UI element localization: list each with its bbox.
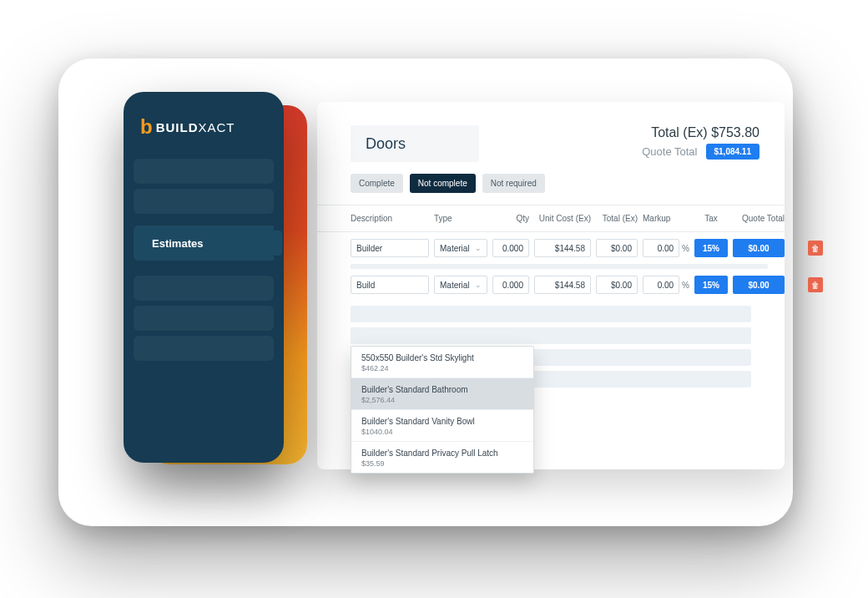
quote-total-chip[interactable]: $1,084.11	[706, 144, 760, 160]
sidebar-item-placeholder[interactable]	[134, 276, 274, 301]
qty-input[interactable]	[492, 276, 529, 294]
total-ex-input[interactable]	[596, 276, 638, 294]
total-ex-label: Total (Ex)	[651, 125, 708, 139]
quote-total-label: Quote Total	[642, 145, 697, 158]
brand-logo: b BUILDXACT	[124, 92, 284, 154]
autocomplete-option[interactable]: Builder's Standard Vanity Bowl $1040.04	[351, 410, 533, 442]
trash-icon: 🗑	[811, 244, 820, 253]
autocomplete-option[interactable]: Builder's Standard Privacy Pull Latch $3…	[351, 442, 533, 473]
unit-cost-input[interactable]	[534, 239, 591, 257]
sidebar-item-placeholder[interactable]	[134, 159, 274, 184]
markup-unit: %	[682, 281, 689, 290]
unit-cost-input[interactable]	[534, 276, 591, 294]
total-ex-value: $753.80	[711, 125, 760, 139]
sidebar-item-estimates[interactable]: Estimates	[134, 226, 274, 261]
status-complete[interactable]: Complete	[351, 174, 403, 193]
brand-name-bold: BUILD	[156, 120, 199, 134]
status-row: Complete Not complete Not required	[317, 174, 785, 205]
description-autocomplete[interactable]: 550x550 Builder's Std Skylight $462.24 B…	[351, 346, 534, 474]
table-header: Description Type Qty Unit Cost (Ex) Tota…	[317, 205, 785, 231]
sidebar-item-placeholder[interactable]	[134, 189, 274, 214]
qty-input[interactable]	[492, 239, 529, 257]
option-name: Builder's Standard Privacy Pull Latch	[361, 448, 523, 458]
autocomplete-option[interactable]: Builder's Standard Bathroom $2,576.44	[351, 378, 533, 410]
col-qty: Qty	[492, 214, 529, 223]
markup-unit: %	[682, 244, 689, 253]
brand-name-thin: XACT	[199, 120, 235, 134]
tax-button[interactable]: 15%	[694, 239, 728, 257]
chevron-down-icon: ⌄	[475, 281, 482, 289]
description-input[interactable]	[351, 239, 429, 257]
quote-total-button[interactable]: $0.00	[733, 276, 785, 294]
option-price: $2,576.44	[361, 396, 523, 404]
col-unit-cost: Unit Cost (Ex)	[534, 214, 591, 223]
main-panel: Doors Total (Ex) $753.80 Quote Total $1,…	[317, 102, 785, 469]
trash-icon: 🗑	[811, 281, 820, 290]
delete-row-button[interactable]: 🗑	[808, 241, 823, 256]
col-tax: Tax	[694, 214, 728, 223]
type-select[interactable]: Material ⌄	[434, 276, 487, 294]
option-price: $35.59	[361, 459, 523, 468]
brand-mark-icon: b	[140, 115, 153, 139]
quote-total-button[interactable]: $0.00	[733, 239, 785, 257]
totals-block: Total (Ex) $753.80 Quote Total $1,084.11	[642, 125, 760, 160]
total-ex-input[interactable]	[596, 239, 638, 257]
markup-input[interactable]	[643, 239, 679, 257]
sidebar-item-placeholder[interactable]	[134, 336, 274, 361]
option-name: Builder's Standard Vanity Bowl	[361, 417, 523, 426]
table-body: Material ⌄ % 15% $0.00 🗑	[317, 232, 785, 301]
type-select-value: Material	[440, 281, 470, 290]
table-row: Material ⌄ % 15% $0.00 🗑	[351, 232, 768, 264]
col-markup: Markup	[643, 214, 689, 223]
col-type: Type	[434, 214, 487, 223]
chevron-down-icon: ⌄	[475, 244, 482, 252]
table-row: Material ⌄ % 15% $0.00 🗑	[351, 269, 768, 301]
option-price: $1040.04	[361, 428, 523, 436]
option-name: Builder's Standard Bathroom	[361, 385, 523, 394]
autocomplete-option[interactable]: 550x550 Builder's Std Skylight $462.24	[351, 347, 533, 378]
markup-input[interactable]	[643, 276, 679, 294]
option-name: 550x550 Builder's Std Skylight	[361, 353, 523, 362]
sidebar-item-label: Estimates	[152, 237, 203, 250]
sidebar: b BUILDXACT Estimates	[124, 92, 284, 463]
option-price: $462.24	[361, 364, 523, 372]
sidebar-item-placeholder[interactable]	[134, 306, 274, 331]
type-select[interactable]: Material ⌄	[434, 239, 487, 257]
section-title[interactable]: Doors	[351, 125, 479, 162]
col-total-ex: Total (Ex)	[596, 214, 638, 223]
type-select-value: Material	[440, 244, 470, 253]
description-input[interactable]	[351, 276, 429, 294]
tax-button[interactable]: 15%	[694, 276, 728, 294]
status-not-required[interactable]: Not required	[482, 174, 545, 193]
delete-row-button[interactable]: 🗑	[808, 277, 823, 292]
col-description: Description	[351, 214, 429, 223]
status-not-complete[interactable]: Not complete	[410, 174, 476, 193]
col-quote-total: Quote Total	[733, 214, 785, 223]
